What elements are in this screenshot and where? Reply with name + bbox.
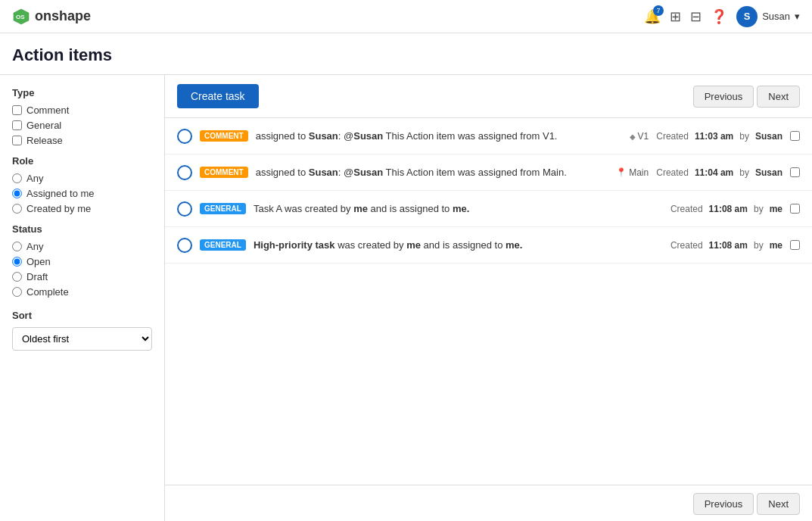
sort-section-title: Sort	[12, 310, 152, 321]
notifications-icon[interactable]: 🔔 7	[644, 8, 661, 25]
task-meta: Created 11:04 am by Susan	[656, 167, 782, 178]
filter-role-assigned[interactable]: Assigned to me	[12, 188, 152, 199]
type-general-label: General	[26, 120, 61, 131]
top-pagination: Previous Next	[693, 86, 800, 108]
main-layout: Type Comment General Release Role Any As…	[0, 74, 812, 521]
task-checkbox[interactable]	[790, 240, 800, 250]
task-row: GENERAL High-priority task was created b…	[165, 227, 812, 264]
onshape-logo-icon: OS	[12, 8, 30, 26]
filter-role-any[interactable]: Any	[12, 173, 152, 184]
bottom-previous-button[interactable]: Previous	[693, 493, 754, 515]
status-complete-radio[interactable]	[12, 287, 22, 297]
apps-icon[interactable]: ⊟	[690, 8, 702, 25]
user-menu[interactable]: S Susan ▾	[736, 6, 800, 27]
filter-status-complete[interactable]: Complete	[12, 286, 152, 298]
task-row: GENERAL Task A was created by me and is …	[165, 191, 812, 227]
top-previous-button[interactable]: Previous	[693, 86, 754, 108]
task-status-circle[interactable]	[177, 238, 192, 253]
role-assigned-label: Assigned to me	[26, 188, 95, 199]
task-row: COMMENT assigned to Susan: @Susan This A…	[165, 118, 812, 154]
version-diamond-icon	[630, 131, 636, 142]
task-meta: Created 11:08 am by me	[670, 240, 782, 251]
task-checkbox[interactable]	[790, 204, 800, 214]
task-version: V1	[630, 131, 649, 142]
filter-status-any[interactable]: Any	[12, 241, 152, 252]
chevron-down-icon: ▾	[795, 11, 800, 22]
tasks-list: COMMENT assigned to Susan: @Susan This A…	[165, 118, 812, 485]
task-text: Task A was created by me and is assigned…	[254, 203, 663, 214]
task-status-circle[interactable]	[177, 165, 192, 180]
page-title: Action items	[12, 45, 800, 74]
user-name: Susan	[762, 11, 790, 22]
type-comment-checkbox[interactable]	[12, 105, 22, 115]
filter-type-comment[interactable]: Comment	[12, 105, 152, 116]
task-badge-comment: COMMENT	[200, 130, 248, 142]
task-badge-comment: COMMENT	[200, 167, 248, 178]
task-badge-general: GENERAL	[200, 239, 246, 251]
task-status-circle[interactable]	[177, 201, 192, 217]
task-version: 📍 Main	[616, 167, 649, 178]
header-right: 🔔 7 ⊞ ⊟ ❓ S Susan ▾	[644, 6, 800, 27]
help-icon[interactable]: ❓	[711, 8, 727, 25]
bottom-next-button[interactable]: Next	[757, 493, 800, 515]
role-created-label: Created by me	[26, 203, 91, 214]
page-title-bar: Action items	[0, 33, 812, 74]
role-any-label: Any	[26, 173, 43, 184]
role-assigned-radio[interactable]	[12, 189, 22, 198]
task-text: assigned to Susan: @Susan This Action it…	[256, 167, 609, 178]
task-text: High-priority task was created by me and…	[254, 239, 663, 251]
type-general-checkbox[interactable]	[12, 120, 22, 130]
role-created-radio[interactable]	[12, 204, 22, 214]
bottom-pagination: Previous Next	[693, 493, 800, 515]
task-text: assigned to Susan: @Susan This Action it…	[256, 130, 622, 142]
filter-role-created[interactable]: Created by me	[12, 203, 152, 214]
filter-type-release[interactable]: Release	[12, 135, 152, 146]
top-next-button[interactable]: Next	[757, 86, 800, 108]
pin-icon: 📍	[616, 167, 627, 177]
filter-status-draft[interactable]: Draft	[12, 271, 152, 282]
logo-text: onshape	[35, 8, 91, 24]
filter-type-general[interactable]: General	[12, 120, 152, 131]
documents-icon[interactable]: ⊞	[670, 8, 681, 25]
type-release-label: Release	[26, 135, 63, 146]
sidebar: Type Comment General Release Role Any As…	[0, 75, 165, 521]
status-complete-label: Complete	[26, 286, 69, 298]
avatar: S	[736, 6, 758, 27]
content-area: Create task Previous Next COMMENT assign…	[165, 75, 812, 521]
task-checkbox[interactable]	[790, 131, 800, 141]
sort-select[interactable]: Oldest first Newest first	[12, 327, 152, 351]
status-section-title: Status	[12, 223, 152, 235]
status-open-radio[interactable]	[12, 257, 22, 267]
task-status-circle[interactable]	[177, 129, 192, 144]
task-row: COMMENT assigned to Susan: @Susan This A…	[165, 154, 812, 191]
content-toolbar: Create task Previous Next	[165, 75, 812, 118]
status-open-label: Open	[26, 256, 51, 267]
task-meta: Created 11:08 am by me	[670, 204, 782, 214]
status-any-label: Any	[26, 241, 43, 252]
status-draft-label: Draft	[26, 271, 48, 282]
header: OS onshape 🔔 7 ⊞ ⊟ ❓ S Susan ▾	[0, 0, 812, 33]
create-task-button[interactable]: Create task	[177, 84, 259, 108]
type-comment-label: Comment	[26, 105, 69, 116]
logo[interactable]: OS onshape	[12, 8, 91, 26]
status-draft-radio[interactable]	[12, 272, 22, 282]
type-section-title: Type	[12, 87, 152, 98]
role-section-title: Role	[12, 155, 152, 167]
content-footer: Previous Next	[165, 485, 812, 521]
filter-status-open[interactable]: Open	[12, 256, 152, 267]
task-meta: Created 11:03 am by Susan	[656, 131, 782, 142]
status-any-radio[interactable]	[12, 242, 22, 251]
role-any-radio[interactable]	[12, 173, 22, 183]
sort-section: Sort Oldest first Newest first	[12, 310, 152, 351]
type-release-checkbox[interactable]	[12, 136, 22, 145]
task-badge-general: GENERAL	[200, 203, 246, 214]
svg-text:OS: OS	[16, 14, 25, 20]
notification-badge: 7	[653, 5, 664, 16]
task-checkbox[interactable]	[790, 167, 800, 177]
